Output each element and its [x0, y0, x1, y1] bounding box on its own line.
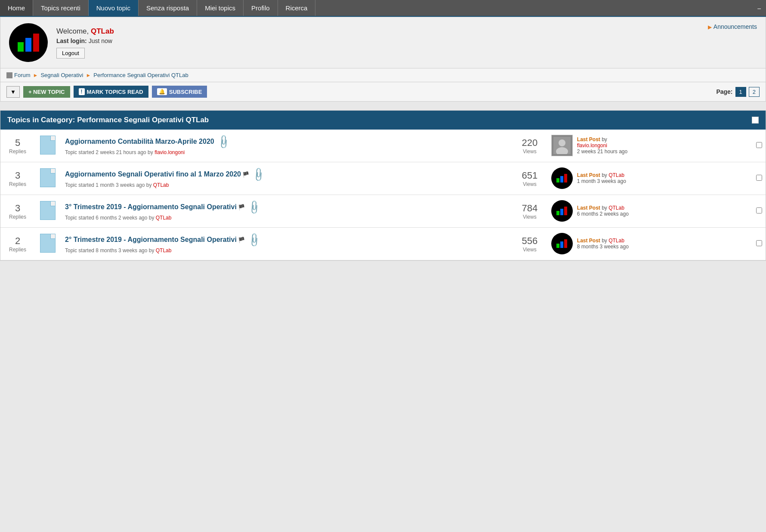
replies-label: Replies — [5, 181, 31, 187]
new-topic-button[interactable]: + NEW TOPIC — [23, 86, 70, 98]
attachment-icon: 📎 — [250, 167, 266, 182]
lastpost-info: Last Post by QTLab 8 months 3 weeks ago — [577, 238, 629, 250]
topic-title-link[interactable]: 2° Trimestre 2019 - Aggiornamento Segnal… — [65, 235, 237, 243]
welcome-info: Welcome, QTLab Last login: Just now Logo… — [56, 27, 699, 59]
flag-icon: 🏴 — [238, 237, 245, 243]
table-row: 3 Replies Aggiornamento Segnali Operativ… — [0, 162, 766, 195]
row-checkbox[interactable] — [756, 240, 762, 246]
nav-home[interactable]: Home — [0, 0, 33, 16]
exclamation-icon: ! — [79, 88, 85, 95]
row-check-cell — [753, 228, 766, 260]
lastpost-cell: Last Post by QTLab 6 months 2 weeks ago — [547, 195, 642, 227]
replies-count: 3 — [5, 170, 31, 181]
views-label: Views — [517, 214, 543, 220]
avatar — [551, 233, 573, 254]
views-cell: 651 Views — [513, 162, 547, 195]
breadcrumb-forum[interactable]: Forum — [14, 72, 31, 78]
last-login-label: Last login: — [56, 37, 87, 44]
mark-topics-read-button[interactable]: ! MARK TOPICS READ — [74, 86, 148, 98]
topic-started: Topic started 8 months 3 weeks ago by QT… — [65, 247, 508, 254]
replies-count: 3 — [5, 203, 31, 214]
views-label: Views — [517, 181, 543, 187]
topic-cell: 3° Trimestre 2019 - Aggiornamento Segnal… — [61, 195, 513, 228]
page-2-link[interactable]: 2 — [749, 87, 760, 97]
last-post-label: Last Post — [577, 136, 600, 142]
toolbar-actions: ▼ + NEW TOPIC ! MARK TOPICS READ 🔔 SUBSC… — [6, 86, 713, 98]
navigation-bar: Home Topics recenti Nuovo topic Senza ri… — [0, 0, 766, 17]
last-post-label: Last Post — [577, 238, 600, 244]
views-count: 784 — [517, 203, 543, 214]
avatar — [551, 200, 573, 222]
select-all-checkbox[interactable] — [752, 117, 759, 124]
replies-label: Replies — [5, 247, 31, 253]
replies-cell: 3 Replies — [0, 162, 35, 195]
logout-button[interactable]: Logout — [56, 48, 85, 59]
breadcrumb: Forum ► Segnali Operativi ► Performance … — [0, 68, 766, 82]
welcome-text: Welcome, QTLab — [56, 27, 699, 36]
lastpost-info: Last Post by flavio.longoni 2 weeks 21 h… — [577, 136, 637, 155]
views-cell: 220 Views — [513, 130, 547, 162]
page-label: Page: — [716, 88, 732, 95]
category-section: Topics in Category: Performance Segnali … — [0, 110, 766, 261]
topics-table: 5 Replies Aggiornamento Contabilità Marz… — [0, 130, 766, 260]
minimize-button[interactable]: – — [752, 0, 766, 16]
replies-cell: 5 Replies — [0, 130, 35, 162]
views-count: 556 — [517, 235, 543, 247]
row-checkbox[interactable] — [756, 207, 762, 213]
row-check-cell — [753, 130, 766, 162]
row-checkbox[interactable] — [756, 142, 762, 148]
last-post-author: QTLab — [608, 238, 624, 244]
subscribe-icon: 🔔 — [157, 88, 167, 95]
replies-count: 5 — [5, 137, 31, 148]
nav-ricerca[interactable]: Ricerca — [278, 0, 316, 16]
topic-icon-cell — [35, 228, 61, 260]
row-checkbox[interactable] — [756, 175, 762, 181]
topic-title-link[interactable]: 3° Trimestre 2019 - Aggiornamento Segnal… — [65, 203, 237, 210]
last-post-time: 8 months 3 weeks ago — [577, 244, 629, 250]
last-post-label: Last Post — [577, 172, 600, 178]
attachment-icon: 📎 — [246, 232, 262, 248]
topic-file-icon — [40, 201, 56, 220]
replies-label: Replies — [5, 214, 31, 220]
nav-miei-topics[interactable]: Miei topics — [197, 0, 244, 16]
breadcrumb-segnali[interactable]: Segnali Operativi — [40, 72, 83, 78]
toolbar: ▼ + NEW TOPIC ! MARK TOPICS READ 🔔 SUBSC… — [0, 82, 766, 102]
nav-topics-recenti[interactable]: Topics recenti — [33, 0, 89, 16]
last-post-author: flavio.longoni — [577, 142, 607, 148]
dropdown-button[interactable]: ▼ — [6, 86, 20, 98]
table-row: 2 Replies 2° Trimestre 2019 - Aggiorname… — [0, 228, 766, 260]
topic-title-link[interactable]: Aggiornamento Segnali Operativi fino al … — [65, 170, 241, 177]
topic-author: QTLab — [153, 182, 169, 188]
welcome-section: Welcome, QTLab Last login: Just now Logo… — [0, 17, 766, 68]
logo — [9, 23, 48, 62]
views-cell: 556 Views — [513, 228, 547, 260]
last-login-value: Just now — [89, 37, 112, 44]
avatar — [551, 135, 573, 156]
table-row: 3 Replies 3° Trimestre 2019 - Aggiorname… — [0, 195, 766, 228]
subscribe-button[interactable]: 🔔 SUBSCRIBE — [152, 86, 207, 98]
topic-file-icon — [40, 168, 56, 187]
nav-profilo[interactable]: Profilo — [244, 0, 278, 16]
page-navigation: Page: 1 2 — [716, 87, 760, 97]
announcements-link[interactable]: Announcements — [708, 23, 757, 30]
topic-author: QTLab — [156, 215, 172, 221]
views-count: 220 — [517, 137, 543, 148]
welcome-prefix: Welcome, — [56, 27, 91, 35]
lastpost-info: Last Post by QTLab 6 months 2 weeks ago — [577, 205, 629, 217]
views-cell: 784 Views — [513, 195, 547, 228]
lastpost-cell: Last Post by flavio.longoni 2 weeks 21 h… — [547, 130, 642, 161]
topic-author: flavio.longoni — [154, 149, 185, 155]
topic-started: Topic started 1 month 3 weeks ago by QTL… — [65, 182, 508, 188]
nav-senza-risposta[interactable]: Senza risposta — [139, 0, 197, 16]
last-post-author: QTLab — [608, 172, 624, 178]
topic-title-link[interactable]: Aggiornamento Contabilità Marzo-Aprile 2… — [65, 137, 214, 145]
attachment-icon: 📎 — [215, 134, 231, 150]
last-post-label: Last Post — [577, 205, 600, 211]
page-1-link[interactable]: 1 — [735, 87, 746, 97]
flag-icon: 🏴 — [238, 204, 245, 210]
nav-nuovo-topic[interactable]: Nuovo topic — [89, 0, 139, 16]
topic-icon-cell — [35, 195, 61, 228]
svg-point-1 — [559, 139, 565, 146]
breadcrumb-performance[interactable]: Performance Segnali Operativi QTLab — [93, 72, 188, 78]
views-label: Views — [517, 148, 543, 155]
